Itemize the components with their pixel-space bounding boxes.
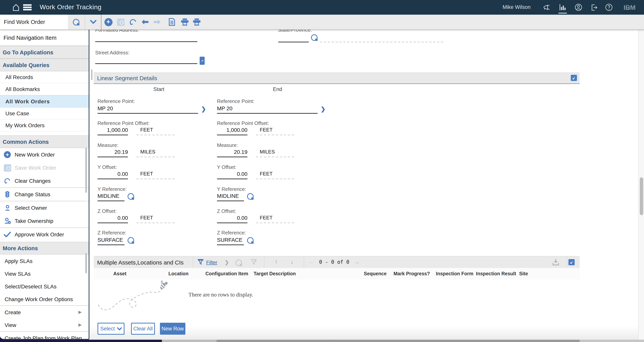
select-button[interactable]: Select: [98, 323, 124, 335]
save-icon: [4, 164, 11, 172]
end-y-reference-input[interactable]: MIDLINE: [217, 193, 244, 201]
action-apply-slas[interactable]: Apply SLAs: [0, 254, 89, 267]
start-reference-point-input[interactable]: MP 20: [98, 105, 198, 114]
action-approve-work-order[interactable]: Approve Work Order: [0, 228, 89, 241]
end-rp-offset-input[interactable]: 1,000.00: [217, 127, 248, 135]
previous-page-icon: ←: [309, 258, 314, 265]
profile-icon[interactable]: [574, 3, 583, 12]
action-select-deselect-slas[interactable]: Select/Deselect SLAs: [0, 280, 89, 293]
sidebar-scrollbar[interactable]: [85, 148, 87, 193]
action-select-owner[interactable]: Select Owner: [0, 201, 89, 214]
col-configuration-item[interactable]: Configuration Item: [206, 271, 248, 276]
col-sequence[interactable]: Sequence: [364, 271, 386, 276]
query-all-records[interactable]: All Records: [0, 71, 89, 83]
start-reference-point-chevron-icon[interactable]: ❯: [201, 106, 206, 113]
report-icon[interactable]: [167, 17, 176, 27]
section-available-queries[interactable]: Available Queries: [0, 59, 89, 71]
action-view-submenu[interactable]: View ▶: [0, 318, 89, 331]
previous-record-icon[interactable]: [140, 17, 150, 27]
reports-icon[interactable]: [558, 3, 567, 12]
col-inspection-form[interactable]: Inspection Form: [436, 271, 473, 276]
street-address-input[interactable]: [95, 55, 197, 64]
action-clear-changes[interactable]: Clear Changes: [0, 174, 89, 187]
logout-icon[interactable]: [590, 3, 598, 12]
section-go-to-applications[interactable]: Go To Applications: [0, 46, 89, 59]
filter-expand-chevron-icon[interactable]: ❯: [225, 259, 229, 265]
action-create-job-plan[interactable]: Create Job Plan from Work Plan: [0, 331, 89, 340]
col-target-description[interactable]: Target Description: [254, 271, 296, 276]
previous-row-icon: ↑: [275, 258, 278, 265]
col-location[interactable]: Location: [168, 271, 188, 276]
state-province-lookup-icon[interactable]: [311, 34, 318, 41]
start-z-offset-input[interactable]: 0.00: [98, 215, 128, 223]
end-reference-point-chevron-icon[interactable]: ❯: [321, 106, 326, 113]
query-my-work-orders[interactable]: My Work Orders: [0, 120, 89, 132]
action-view-slas[interactable]: View SLAs: [0, 267, 89, 280]
action-create-submenu[interactable]: Create ▶: [0, 306, 89, 318]
search-icon[interactable]: [71, 17, 80, 27]
end-measure-input[interactable]: 20.19: [217, 149, 248, 157]
action-change-status[interactable]: Change Status: [0, 188, 89, 201]
filter-icon[interactable]: [198, 259, 204, 266]
help-icon[interactable]: [605, 3, 613, 12]
state-province-input[interactable]: [278, 33, 309, 43]
sidebar-scrollbar-2[interactable]: [85, 253, 87, 273]
user-name[interactable]: Mike Wilson: [502, 4, 531, 10]
submenu-arrow-icon: ▶: [78, 322, 82, 327]
col-mark-progress[interactable]: Mark Progress?: [394, 271, 430, 276]
action-new-work-order[interactable]: + New Work Order: [0, 148, 89, 161]
find-navigation-input[interactable]: Find Navigation Item: [0, 29, 89, 46]
nav-scrollbar-thumb[interactable]: [91, 69, 92, 80]
new-record-icon[interactable]: +: [104, 17, 113, 27]
query-use-case[interactable]: Use Case: [0, 108, 89, 120]
assets-section-title: Multiple Assets,Locations and CIs: [97, 259, 184, 266]
end-y-reference-lookup-icon[interactable]: [247, 193, 254, 200]
clear-all-button[interactable]: Clear All: [131, 323, 155, 335]
action-change-wo-options[interactable]: Change Work Order Options: [0, 293, 89, 305]
traffic-light-icon: [4, 190, 11, 198]
start-measure-input[interactable]: 20.19: [98, 149, 128, 157]
filter-link[interactable]: Filter: [206, 259, 217, 265]
start-z-reference-input[interactable]: SURFACE: [98, 237, 124, 245]
start-rp-offset-input[interactable]: 1,000.00: [98, 127, 128, 135]
download-icon[interactable]: [552, 259, 559, 267]
col-asset[interactable]: Asset: [113, 271, 126, 276]
end-rp-offset-label: Reference Point Offset:: [217, 120, 269, 126]
start-y-reference-lookup-icon[interactable]: [128, 193, 134, 200]
end-reference-point-input[interactable]: MP 20: [217, 105, 318, 114]
chevron-down-icon[interactable]: [89, 17, 98, 27]
start-z-offset-unit: FEET: [136, 215, 174, 223]
start-column-header: Start: [154, 86, 164, 92]
page-scrollbar-thumb[interactable]: [640, 177, 643, 215]
end-y-offset-label: Y Offset:: [217, 164, 236, 170]
announcement-icon[interactable]: [543, 3, 551, 12]
empty-state-bee-illustration: [96, 280, 179, 315]
col-site[interactable]: Site: [519, 271, 528, 276]
menu-icon[interactable]: [22, 3, 32, 12]
start-z-reference-lookup-icon[interactable]: [128, 237, 134, 244]
page-scrollbar-track[interactable]: [638, 29, 644, 340]
start-y-offset-input[interactable]: 0.00: [98, 171, 128, 179]
end-z-reference-input[interactable]: SURFACE: [217, 237, 244, 245]
street-address-detail-icon[interactable]: ↗: [200, 57, 205, 65]
end-measure-unit: MILES: [256, 149, 294, 157]
row-count: 0 - 0 of 0: [319, 259, 349, 265]
minimize-section-icon[interactable]: ↙: [571, 75, 577, 81]
find-workorder-input[interactable]: Find Work Order: [0, 15, 68, 29]
col-inspection-result[interactable]: Inspection Result: [476, 271, 516, 276]
new-row-button[interactable]: New Row: [160, 323, 186, 335]
print-icon[interactable]: [180, 17, 189, 27]
home-icon[interactable]: [12, 3, 20, 12]
clear-filter-icon: [251, 259, 257, 266]
end-z-reference-lookup-icon[interactable]: [247, 237, 254, 244]
query-all-work-orders[interactable]: All Work Orders: [0, 95, 89, 108]
query-all-bookmarks[interactable]: All Bookmarks: [0, 83, 89, 95]
print-alt-icon[interactable]: [192, 17, 201, 27]
end-z-offset-input[interactable]: 0.00: [217, 215, 248, 223]
minimize-table-icon[interactable]: ↙: [568, 259, 575, 265]
clear-changes-icon[interactable]: [128, 17, 138, 27]
formatted-address-input[interactable]: [95, 33, 197, 42]
start-y-reference-input[interactable]: MIDLINE: [98, 193, 124, 201]
end-y-offset-input[interactable]: 0.00: [217, 171, 248, 179]
action-take-ownership[interactable]: Take Ownership: [0, 214, 89, 227]
